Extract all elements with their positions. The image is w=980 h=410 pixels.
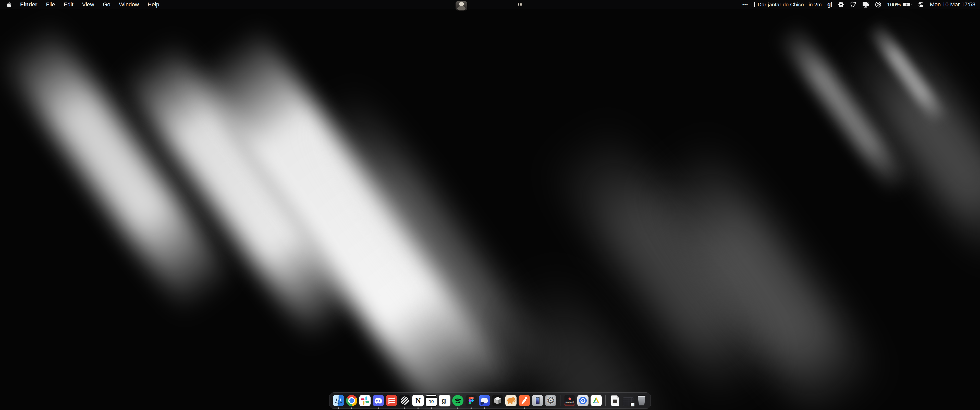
battery-status[interactable]: 100% <box>887 2 912 8</box>
menu-window[interactable]: Window <box>119 0 139 9</box>
dock-discord-icon[interactable] <box>372 394 384 407</box>
menu-file[interactable]: File <box>46 0 55 9</box>
menu-edit[interactable]: Edit <box>64 0 73 9</box>
desktop: Finder File Edit View Go Window Help •••… <box>0 0 980 410</box>
slack-app-icon <box>360 395 371 406</box>
dock-linear-icon[interactable] <box>399 394 410 407</box>
minimized-window-app-icon: 11 <box>623 395 634 406</box>
spotify-app-icon <box>452 395 463 406</box>
dock-notion-icon[interactable]: N <box>412 394 424 407</box>
running-indicator <box>378 407 379 409</box>
chrome-app-icon <box>346 395 357 406</box>
granola-cursor <box>831 2 832 7</box>
battery-icon <box>903 2 912 7</box>
granola-glyph: g <box>827 1 831 8</box>
google-drive-app-icon <box>590 395 602 406</box>
dock-iphone-mirroring-icon[interactable] <box>531 394 543 407</box>
raycast-app-icon: raycast <box>564 395 575 406</box>
dock-minimized-window-icon[interactable]: 11 <box>622 394 634 407</box>
desktop-wallpaper <box>0 0 980 410</box>
menu-bar-left: Finder File Edit View Go Window Help <box>0 0 159 9</box>
finder-app-icon <box>333 395 344 406</box>
dock-spline-icon[interactable] <box>492 394 504 407</box>
dock-1password-icon[interactable] <box>577 394 589 407</box>
running-indicator <box>484 407 485 409</box>
iphone-mirroring-app-icon <box>532 395 543 406</box>
spline-app-icon <box>492 395 503 406</box>
menu-bar-status: ••• Dar jantar do Chico · in 2m g <box>742 1 980 8</box>
menu-go[interactable]: Go <box>103 0 110 9</box>
running-indicator <box>351 407 352 409</box>
dock-slack-icon[interactable] <box>359 394 371 407</box>
dock-figma-icon[interactable] <box>465 394 477 407</box>
discord-app-icon <box>372 395 384 406</box>
screen-studio-app-icon <box>479 395 490 406</box>
menu-help[interactable]: Help <box>148 0 159 9</box>
dock-notion-calendar-icon[interactable]: 10 <box>425 394 437 407</box>
menu-bar: Finder File Edit View Go Window Help •••… <box>0 0 980 9</box>
system-settings-app-icon: ⚙ <box>545 395 556 406</box>
dock-screen-studio-icon[interactable] <box>479 394 490 407</box>
dock-system-settings-icon[interactable]: ⚙ <box>545 394 557 407</box>
dock-raycast-icon[interactable]: raycast <box>564 394 576 407</box>
running-indicator <box>524 407 525 409</box>
notch-overflow-icon[interactable] <box>518 3 522 6</box>
display-mirroring-icon[interactable] <box>862 1 869 8</box>
dock-finder-icon[interactable] <box>332 394 344 407</box>
dock-divider <box>605 395 606 406</box>
menu-view[interactable]: View <box>82 0 94 9</box>
granola-menu-icon[interactable]: g <box>827 1 832 8</box>
1password-app-icon <box>577 395 589 406</box>
running-indicator <box>417 407 419 409</box>
running-indicator <box>431 407 432 409</box>
dock: N10g⚙raycast11 <box>329 393 651 409</box>
dock-document-icon[interactable] <box>609 394 621 407</box>
figma-app-icon <box>466 395 477 406</box>
notion-calendar-app-icon: 10 <box>425 394 437 407</box>
pick-icon[interactable] <box>850 1 856 8</box>
postman-app-icon <box>519 395 530 406</box>
dock-chrome-icon[interactable] <box>346 394 358 407</box>
camera-preview-avatar[interactable] <box>455 1 467 11</box>
running-indicator <box>457 407 458 409</box>
dock-postman-icon[interactable] <box>518 394 530 407</box>
trash-app-icon <box>636 395 647 406</box>
granola-app-icon: g <box>439 395 450 407</box>
notion-app-icon: N <box>412 395 424 407</box>
dock-trash-icon[interactable] <box>636 394 648 407</box>
running-indicator <box>471 407 472 409</box>
reminder-bar-icon <box>754 2 755 7</box>
running-indicator <box>404 407 406 409</box>
menu-bar-clock[interactable]: Mon 10 Mar 17:58 <box>930 1 975 8</box>
menu-app-name[interactable]: Finder <box>20 0 37 9</box>
running-indicator <box>338 407 339 409</box>
hidden-items-icon[interactable]: ••• <box>742 2 748 7</box>
control-center-icon[interactable] <box>918 1 924 8</box>
document-app-icon <box>609 395 620 406</box>
linear-app-icon <box>399 395 410 406</box>
dock-todoist-icon[interactable] <box>386 394 397 407</box>
reminder-text: Dar jantar do Chico · in 2m <box>758 2 822 8</box>
dock-divider <box>560 395 560 406</box>
apple-menu-icon[interactable] <box>6 2 11 8</box>
dock-granola-icon[interactable]: g <box>439 394 450 407</box>
reminder-status[interactable]: Dar jantar do Chico · in 2m <box>754 2 822 8</box>
onepassword-menu-icon[interactable] <box>875 1 881 8</box>
battery-percent: 100% <box>887 2 901 8</box>
todoist-app-icon <box>386 395 397 406</box>
dock-mammoth-icon[interactable] <box>505 394 517 407</box>
dock-google-drive-icon[interactable] <box>590 394 602 407</box>
flower-gear-icon[interactable] <box>838 1 844 8</box>
dock-spotify-icon[interactable] <box>452 394 464 407</box>
mammoth-app-icon <box>505 395 517 406</box>
